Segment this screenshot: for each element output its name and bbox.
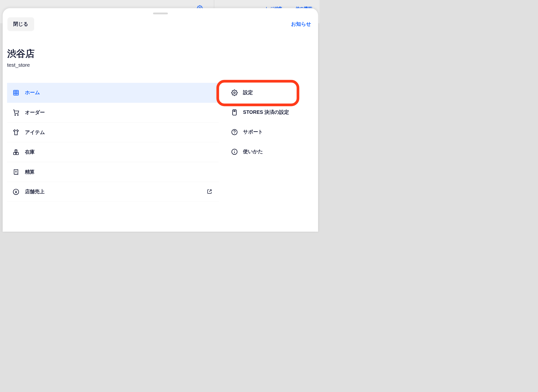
notice-link[interactable]: お知らせ [291, 21, 311, 28]
svg-rect-9 [13, 152, 16, 155]
svg-rect-10 [16, 152, 18, 155]
nav-label: アイテム [25, 129, 45, 136]
nav-item-settlement[interactable]: ¥ 精算 [7, 162, 219, 182]
receipt-icon: ¥ [13, 169, 19, 175]
store-subtitle: test_store [7, 62, 314, 68]
svg-point-23 [234, 150, 235, 151]
nav-item-home[interactable]: ホーム [7, 83, 219, 103]
boxes-icon [13, 149, 19, 155]
nav-label: 在庫 [25, 149, 35, 156]
help-icon [231, 129, 238, 135]
yen-icon: ¥ [13, 189, 19, 195]
svg-text:¥: ¥ [15, 170, 17, 173]
info-icon [231, 148, 238, 155]
side-item-howto[interactable]: 使いかた [226, 142, 315, 162]
store-name: 渋谷店 [7, 47, 314, 60]
svg-point-16 [234, 92, 235, 94]
gear-icon [231, 89, 238, 96]
svg-rect-1 [13, 90, 18, 95]
nav-label: 店舗売上 [25, 189, 44, 195]
device-icon [231, 109, 238, 116]
svg-point-7 [17, 115, 18, 115]
side-item-payment-settings[interactable]: STORES 決済の設定 [226, 103, 315, 122]
nav-item-order[interactable]: オーダー [7, 103, 219, 123]
cart-icon [13, 109, 19, 116]
svg-point-20 [234, 133, 235, 134]
nav-label: オーダー [25, 109, 45, 116]
svg-point-6 [15, 115, 15, 115]
nav-label: 精算 [25, 169, 35, 175]
svg-text:¥: ¥ [15, 190, 17, 194]
nav-item-sales[interactable]: ¥ 店舗売上 [7, 182, 219, 202]
content-row: ホーム オーダー アイテム 在庫 [3, 68, 318, 202]
side-label: サポート [243, 129, 263, 135]
top-bar: 閉じる お知らせ [3, 8, 318, 31]
store-header: 渋谷店 test_store [3, 31, 318, 68]
main-nav: ホーム オーダー アイテム 在庫 [3, 83, 219, 202]
shirt-icon [13, 129, 19, 135]
side-item-settings[interactable]: 設定 [226, 83, 315, 103]
nav-item-stock[interactable]: 在庫 [7, 142, 219, 162]
grid-icon [13, 89, 19, 96]
side-label: STORES 決済の設定 [243, 109, 289, 116]
sheet-grabber[interactable] [153, 12, 168, 14]
side-nav: 設定 STORES 決済の設定 サポート 使いかた [219, 83, 318, 202]
backdrop-divider [214, 0, 214, 9]
modal-sheet: 閉じる お知らせ 渋谷店 test_store ホーム オーダー [3, 8, 318, 232]
side-label: 設定 [243, 89, 253, 96]
nav-item-item[interactable]: アイテム [7, 123, 219, 142]
side-item-support[interactable]: サポート [226, 122, 315, 142]
external-link-icon [207, 189, 212, 195]
svg-rect-18 [233, 111, 236, 112]
side-label: 使いかた [243, 148, 263, 155]
close-button[interactable]: 閉じる [7, 17, 34, 31]
nav-label: ホーム [25, 89, 40, 96]
